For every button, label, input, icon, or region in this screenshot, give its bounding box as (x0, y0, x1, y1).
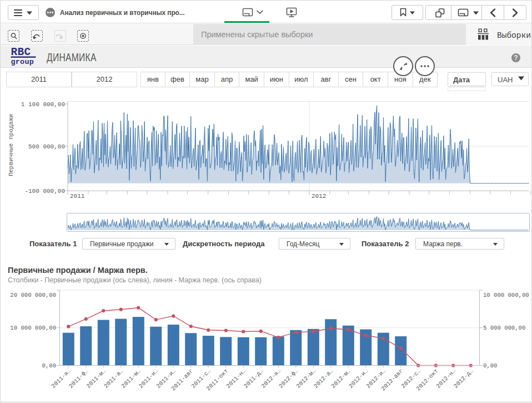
svg-text:0,00: 0,00 (42, 362, 56, 369)
svg-text:20 000 000,00: 20 000 000,00 (10, 292, 56, 298)
svg-text:10 000 000,00: 10 000 000,00 (10, 325, 56, 331)
svg-text:5 000 000,00: 5 000 000,00 (483, 325, 525, 331)
svg-text:2012-д…: 2012-д… (453, 367, 475, 390)
svg-text:10 000 000,00: 10 000 000,00 (483, 292, 529, 298)
svg-text:0,00: 0,00 (483, 362, 497, 369)
